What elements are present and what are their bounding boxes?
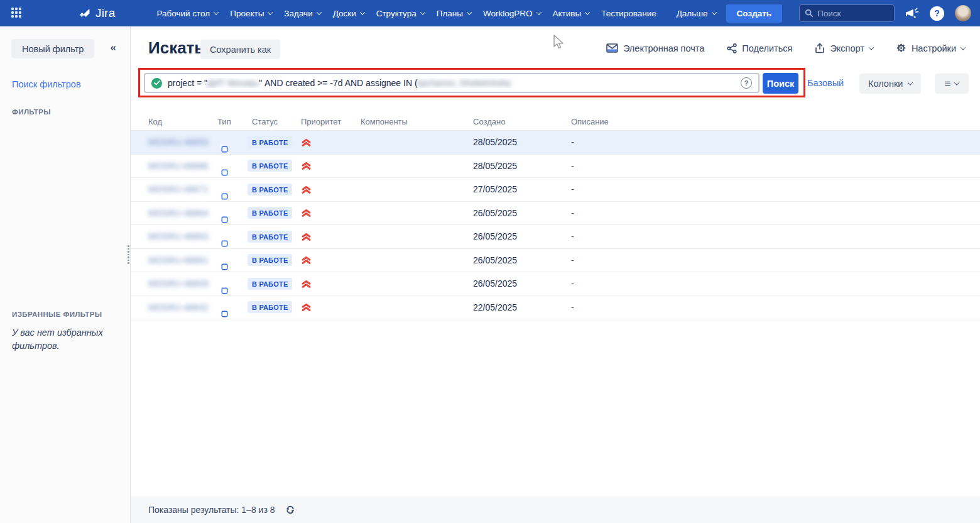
global-search[interactable] [799,4,895,22]
column-header-priority[interactable]: Приоритет [301,117,361,126]
syntax-help-icon[interactable]: ? [741,77,752,89]
column-header-components[interactable]: Компоненты [361,117,473,126]
issue-key-link[interactable]: MOSRU-68861 [148,255,209,265]
issue-key-link[interactable]: MOSRU-48893 [148,137,209,147]
priority-highest-icon [301,302,361,312]
nav-menu: Рабочий стол Проекты Задачи Доски Структ… [156,9,716,18]
status-badge: В РАБОТЕ [248,231,292,243]
description-cell: - [571,278,980,289]
sidebar-filter-item[interactable] [0,169,130,179]
sidebar-filter-item[interactable] [0,122,130,131]
app-switcher-icon[interactable] [11,8,23,19]
status-badge: В РАБОТЕ [248,278,292,290]
nav-menu-item[interactable]: Активы [553,9,590,18]
nav-menu-item[interactable]: Доски [333,9,364,18]
sidebar-filter-item[interactable] [0,150,130,160]
column-header-description[interactable]: Описание [571,117,980,126]
sidebar-filter-item[interactable] [0,188,130,197]
column-header-key[interactable]: Код [148,117,217,126]
nav-menu-item[interactable]: Задачи [284,9,320,18]
jql-query-input[interactable]: project = "ДИТ Москвы" AND created >= -7… [144,73,760,93]
created-date-cell: 22/05/2025 [473,302,571,312]
sidebar-filter-item[interactable] [0,141,130,150]
jira-logo-icon [78,7,91,20]
chevron-down-icon [214,9,219,14]
priority-highest-icon [301,138,361,147]
share-button[interactable]: Поделиться [727,43,792,53]
nav-menu-item[interactable]: Рабочий стол [156,9,218,18]
status-badge: В РАБОТЕ [248,207,292,219]
status-badge: В РАБОТЕ [248,136,292,148]
chevron-down-icon [268,9,273,14]
announcements-megaphone-icon[interactable] [905,7,919,19]
chevron-down-icon [869,45,874,50]
column-header-type[interactable]: Тип [217,117,252,126]
issue-row[interactable]: MOSRU-68861 В РАБОТЕ 26/05/2025 - [131,249,980,273]
issue-key-link[interactable]: MOSRU-48671 [148,184,209,194]
new-filter-button[interactable]: Новый фильтр [11,39,94,58]
description-cell: - [571,161,980,171]
share-icon [727,43,737,53]
nav-menu-item[interactable]: WorklogPRO [483,9,541,18]
sidebar-filter-item[interactable] [0,197,130,207]
user-avatar[interactable] [955,5,971,21]
issue-row[interactable]: MOSRU-48842 В РАБОТЕ 22/05/2025 - [131,296,980,320]
sidebar-filter-item[interactable] [0,179,130,188]
issue-row[interactable]: MOSRU-48809 В РАБОТЕ 26/05/2025 - [131,272,980,296]
search-button[interactable]: Поиск [763,73,798,94]
filters-sidebar: Новый фильтр « Поиск фильтров ФИЛЬТРЫ ИЗ… [0,26,130,523]
settings-button[interactable]: Настройки [896,43,965,53]
issue-row[interactable]: MOSRU-48893 В РАБОТЕ 28/05/2025 - [131,131,980,155]
chevron-down-icon [420,9,425,14]
chevron-down-icon [585,9,590,14]
priority-highest-icon [301,232,361,241]
basic-mode-link[interactable]: Базовый [807,78,844,88]
columns-button[interactable]: Колонки [859,74,921,94]
global-search-input[interactable] [817,9,889,18]
filters-list [0,122,130,207]
nav-menu-item[interactable]: Тестирование [601,9,665,18]
list-view-icon: ≡ [945,79,951,89]
description-cell: - [571,231,980,241]
issue-key-link[interactable]: MOSRU-48809 [148,278,209,289]
issue-row[interactable]: MOSRU-48864 В РАБОТЕ 26/05/2025 - [131,202,980,226]
issue-row[interactable]: MOSRU-68886 В РАБОТЕ 28/05/2025 - [131,155,980,179]
issue-key-link[interactable]: MOSRU-48842 [148,302,209,312]
collapse-sidebar-icon[interactable]: « [111,41,116,54]
sidebar-filter-item[interactable] [0,160,130,169]
issue-key-link[interactable]: MOSRU-68886 [148,161,209,171]
nav-menu-item[interactable]: Дальше [677,9,716,18]
description-cell: - [571,255,980,265]
issue-key-link[interactable]: MOSRU-48864 [148,208,209,218]
search-icon [805,9,814,18]
help-icon[interactable]: ? [930,6,944,21]
create-button[interactable]: Создать [726,4,783,23]
status-badge: В РАБОТЕ [248,160,292,172]
jira-logo[interactable]: Jira [78,6,115,20]
refresh-icon[interactable] [285,505,295,515]
gear-icon [896,43,906,53]
chevron-down-icon [359,9,364,14]
chevron-down-icon [467,9,472,14]
sidebar-filter-item[interactable] [0,131,130,141]
column-header-status[interactable]: Статус [252,117,301,126]
nav-menu-item[interactable]: Структура [376,9,425,18]
priority-highest-icon [301,279,361,289]
email-button[interactable]: Электронная почта [606,43,704,53]
issue-row[interactable]: MOSRU-48863 В РАБОТЕ 26/05/2025 - [131,225,980,249]
issue-key-link[interactable]: MOSRU-48863 [148,231,209,241]
column-header-created[interactable]: Создано [473,117,571,126]
find-filters-link[interactable]: Поиск фильтров [12,79,81,89]
nav-menu-item[interactable]: Планы [437,9,471,18]
issues-table-header: Код Тип Статус Приоритет Компоненты Созд… [131,113,980,131]
nav-menu-item[interactable]: Проекты [230,9,272,18]
export-button[interactable]: Экспорт [815,43,873,53]
created-date-cell: 26/05/2025 [473,208,571,218]
jira-brand-name: Jira [95,6,115,20]
sidebar-resize-handle[interactable] [128,245,129,264]
save-as-button[interactable]: Сохранить как [200,40,280,59]
view-switcher-button[interactable]: ≡ [935,74,969,94]
status-badge: В РАБОТЕ [248,184,292,195]
chevron-down-icon [961,45,966,50]
issue-row[interactable]: MOSRU-48671 В РАБОТЕ 27/05/2025 - [131,178,980,202]
